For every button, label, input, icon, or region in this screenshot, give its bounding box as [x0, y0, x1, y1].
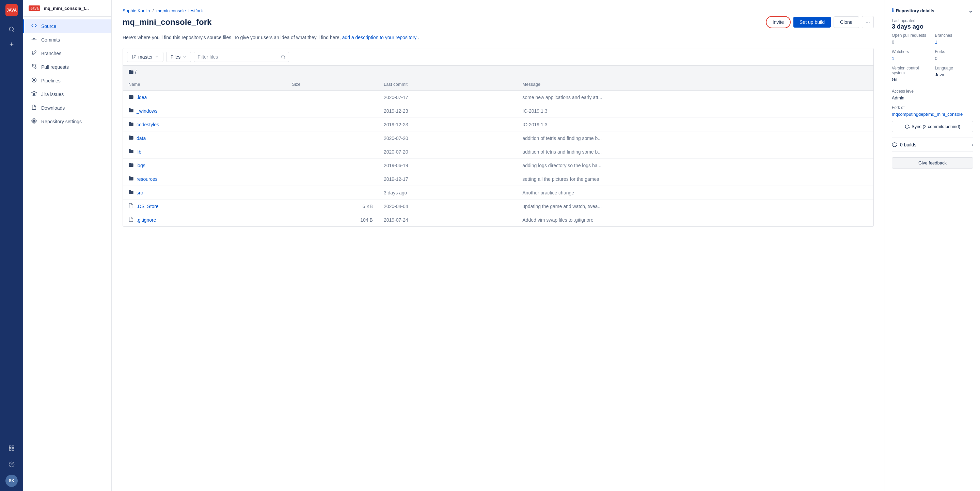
svg-point-0 — [9, 27, 13, 31]
table-row[interactable]: .DS_Store 6 KB 2020-04-04 updating the g… — [123, 200, 873, 213]
svg-point-26 — [282, 55, 285, 58]
table-row[interactable]: resources 2019-12-17 setting all the pic… — [123, 172, 873, 186]
folder-icon — [128, 189, 134, 195]
file-browser-toolbar: master Files — [123, 48, 873, 66]
add-description-link[interactable]: add a description to your repository — [342, 35, 417, 40]
access-level-item: Access level Admin — [892, 89, 973, 100]
table-row[interactable]: .gitignore 104 B 2019-07-24 Added vim sw… — [123, 213, 873, 227]
file-link[interactable]: src — [137, 190, 143, 195]
open-pull-requests-label: Open pull requests — [892, 33, 930, 38]
panel-chevron-icon[interactable]: ⌄ — [968, 7, 973, 14]
file-size-cell — [286, 104, 378, 118]
table-row[interactable]: logs 2019-06-19 adding logs directory so… — [123, 159, 873, 172]
branch-selector[interactable]: master — [127, 52, 164, 62]
table-row[interactable]: src 3 days ago Another practice change — [123, 186, 873, 200]
sidebar-item-commits[interactable]: Commits — [23, 33, 111, 47]
help-icon[interactable] — [5, 458, 18, 470]
file-date-cell: 2020-07-20 — [378, 145, 517, 159]
svg-marker-21 — [32, 91, 36, 94]
file-size-cell — [286, 118, 378, 132]
breadcrumb-repo[interactable]: mqminiconsole_testfork — [156, 8, 203, 13]
file-name-cell: lib — [128, 148, 281, 155]
table-row[interactable]: _windows 2019-12-23 IC-2019.1.3 — [123, 104, 873, 118]
folder-icon — [128, 135, 134, 140]
sidebar-item-pipelines[interactable]: Pipelines — [23, 74, 111, 87]
folder-icon — [128, 135, 134, 141]
info-icon: ℹ — [892, 8, 894, 14]
svg-point-14 — [35, 51, 36, 52]
file-link[interactable]: data — [137, 135, 146, 141]
file-link[interactable]: codestyles — [137, 122, 159, 127]
sidebar-item-label-jira-issues: Jira issues — [41, 92, 64, 97]
file-name-cell: logs — [128, 162, 281, 168]
file-link[interactable]: .idea — [137, 95, 147, 100]
search-icon[interactable] — [5, 23, 18, 35]
sidebar-item-downloads[interactable]: Downloads — [23, 101, 111, 115]
clone-button[interactable]: Clone — [834, 16, 859, 28]
app-logo[interactable]: JAVA — [5, 4, 18, 16]
builds-chevron-icon: › — [972, 142, 973, 148]
table-row[interactable]: lib 2020-07-20 addition of tetris and fi… — [123, 145, 873, 159]
sync-button[interactable]: Sync (2 commits behind) — [892, 121, 973, 132]
file-link[interactable]: resources — [137, 176, 158, 182]
invite-button[interactable]: Invite — [766, 16, 791, 28]
icon-bar: JAVA SK — [0, 0, 23, 491]
breadcrumb-separator: / — [153, 8, 154, 13]
file-name-cell: codestyles — [128, 121, 281, 128]
filter-files-input[interactable] — [194, 52, 289, 62]
create-icon[interactable] — [5, 38, 18, 51]
file-name-cell: resources — [128, 176, 281, 182]
builds-icon — [892, 142, 897, 148]
breadcrumb-user[interactable]: Sophie Kaelin — [123, 8, 150, 13]
sidebar-item-jira-issues[interactable]: Jira issues — [23, 87, 111, 101]
svg-line-27 — [284, 58, 285, 59]
sidebar-item-repository-settings[interactable]: Repository settings — [23, 115, 111, 129]
file-message-cell: IC-2019.1.3 — [517, 104, 873, 118]
watchers-value[interactable]: 1 — [892, 56, 894, 61]
file-link[interactable]: .DS_Store — [137, 203, 159, 209]
sidebar-item-label-repo-settings: Repository settings — [41, 119, 82, 124]
file-link[interactable]: lib — [137, 149, 141, 154]
svg-point-19 — [32, 78, 36, 82]
sidebar-item-branches[interactable]: Branches — [23, 47, 111, 60]
version-control-value: Git — [892, 77, 897, 82]
language-badge: Java — [29, 5, 40, 11]
panel-title: ℹ Repository details ⌄ — [892, 7, 973, 14]
user-avatar[interactable]: SK — [5, 475, 18, 487]
watchers-label: Watchers — [892, 49, 930, 54]
svg-rect-6 — [9, 449, 11, 450]
file-link[interactable]: logs — [137, 163, 145, 168]
filter-input-field[interactable] — [197, 54, 281, 60]
sidebar-item-source[interactable]: Source — [23, 19, 111, 33]
file-link[interactable]: .gitignore — [137, 217, 156, 223]
folder-icon — [128, 189, 134, 196]
svg-point-20 — [33, 79, 35, 81]
open-pull-requests-value[interactable]: 0 — [892, 40, 894, 44]
watchers-item: Watchers 1 — [892, 49, 930, 61]
builds-row[interactable]: 0 builds › — [892, 138, 973, 152]
table-row[interactable]: codestyles 2019-12-23 IC-2019.1.3 — [123, 118, 873, 132]
setup-build-button[interactable]: Set up build — [794, 17, 831, 28]
file-size-cell: 104 B — [286, 213, 378, 227]
table-row[interactable]: data 2020-07-20 addition of tetris and f… — [123, 132, 873, 145]
forks-value[interactable]: 0 — [935, 56, 937, 61]
fork-link[interactable]: mqcomputingdept/mq_mini_console — [892, 112, 963, 117]
sidebar-item-pull-requests[interactable]: Pull requests — [23, 60, 111, 74]
more-options-button[interactable]: ··· — [862, 16, 874, 28]
sidebar-item-label-branches: Branches — [41, 51, 61, 56]
file-link[interactable]: _windows — [137, 108, 158, 114]
pipelines-icon — [31, 77, 37, 84]
file-message-cell: Another practice change — [517, 186, 873, 200]
table-row[interactable]: .idea 2020-07-17 some new applications a… — [123, 91, 873, 104]
file-message-cell: some new applications and early att... — [517, 91, 873, 104]
forks-item: Forks 0 — [935, 49, 974, 61]
sidebar: Java mq_mini_console_f... Source Commits… — [23, 0, 112, 491]
branch-name: master — [138, 54, 153, 60]
files-selector[interactable]: Files — [166, 52, 191, 62]
forks-label: Forks — [935, 49, 974, 54]
grid-icon[interactable] — [5, 442, 18, 454]
branches-value[interactable]: 1 — [935, 40, 937, 44]
file-size-cell — [286, 172, 378, 186]
give-feedback-button[interactable]: Give feedback — [892, 157, 973, 168]
file-date-cell: 2020-07-20 — [378, 132, 517, 145]
